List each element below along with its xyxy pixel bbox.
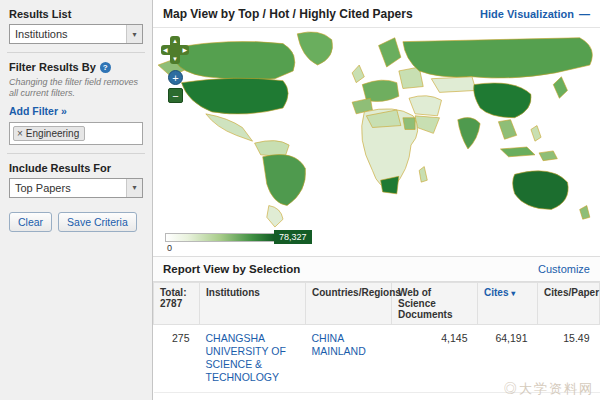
pan-down-icon: ▼	[172, 56, 178, 62]
legend-max-value: 78,327	[274, 230, 312, 244]
remove-filter-icon[interactable]: ×	[17, 128, 23, 139]
include-results-select[interactable]: Top Papers ▾	[9, 178, 143, 198]
customize-link[interactable]: Customize	[538, 263, 590, 275]
main-panel: Map View by Top / Hot / Highly Cited Pap…	[153, 0, 600, 400]
include-results-value: Top Papers	[15, 182, 71, 194]
filters-sidebar: Results List Institutions ▾ Filter Resul…	[0, 0, 153, 400]
chevron-down-icon: ▾	[126, 179, 142, 197]
zoom-in-button[interactable]: +	[168, 70, 183, 85]
cell-documents: 4,145	[392, 325, 478, 393]
col-cites[interactable]: Cites ▾	[478, 283, 538, 325]
table-header-row: Total: 2787 Institutions Countries/Regio…	[154, 283, 600, 325]
sidebar-divider	[7, 153, 145, 154]
institution-link[interactable]: CHANGSHA UNIVERSITY OF SCIENCE & TECHNOL…	[206, 332, 300, 385]
collapse-icon: —	[579, 8, 590, 20]
filter-box: × Engineering	[9, 122, 143, 145]
legend-gradient-bar	[165, 233, 275, 242]
map-title: Map View by Top / Hot / Highly Cited Pap…	[163, 7, 413, 21]
pan-left-icon: ◀	[163, 47, 168, 53]
pan-right-icon: ▶	[182, 47, 187, 53]
pan-up-icon: ▲	[172, 38, 178, 44]
map-countries	[158, 32, 592, 227]
zoom-out-button[interactable]: −	[168, 88, 183, 103]
sort-desc-icon: ▾	[511, 289, 515, 298]
col-cites-per-paper: Cites/Paper	[538, 283, 600, 325]
report-header: Report View by Selection Customize	[153, 256, 600, 282]
map-controls: ▲ ▼ ◀ ▶ + −	[161, 36, 189, 103]
results-list-label: Results List	[9, 8, 143, 20]
col-total: Total: 2787	[154, 283, 200, 325]
filter-tag-engineering: × Engineering	[13, 126, 85, 141]
chevron-down-icon: ▾	[126, 25, 142, 43]
map-header: Map View by Top / Hot / Highly Cited Pap…	[153, 0, 600, 28]
hide-visualization-link[interactable]: Hide Visualization —	[480, 8, 590, 20]
cell-cites-per-paper: 15.49	[538, 325, 600, 393]
legend-min-value: 0	[167, 243, 172, 253]
add-filter-link[interactable]: Add Filter »	[9, 105, 67, 117]
report-title: Report View by Selection	[163, 263, 300, 275]
map-pan-control[interactable]: ▲ ▼ ◀ ▶	[161, 36, 189, 64]
save-criteria-button[interactable]: Save Criteria	[58, 212, 137, 232]
help-icon[interactable]: ?	[100, 62, 111, 73]
cell-total: 275	[154, 325, 200, 393]
filter-tag-label: Engineering	[26, 128, 79, 139]
cites-sort-label[interactable]: Cites	[484, 287, 508, 298]
col-documents: Web of Science Documents	[392, 283, 478, 325]
app-window: Results List Institutions ▾ Filter Resul…	[0, 0, 600, 400]
col-countries: Countries/Regions	[306, 283, 392, 325]
results-list-select[interactable]: Institutions ▾	[9, 24, 143, 44]
world-map-canvas[interactable]: ▲ ▼ ◀ ▶ + −	[153, 28, 600, 228]
zoom-controls: + −	[168, 70, 189, 103]
cell-cites: 64,191	[478, 325, 538, 393]
filter-by-label: Filter Results By	[9, 61, 96, 73]
country-link[interactable]: CHINA MAINLAND	[312, 332, 386, 358]
results-list-value: Institutions	[15, 28, 68, 40]
sidebar-divider	[7, 52, 145, 53]
hide-visualization-label: Hide Visualization	[480, 8, 574, 20]
report-table: Total: 2787 Institutions Countries/Regio…	[153, 282, 600, 393]
table-row: 275 CHANGSHA UNIVERSITY OF SCIENCE & TEC…	[154, 325, 600, 393]
col-institutions: Institutions	[200, 283, 306, 325]
map-legend: 78,327 0	[165, 230, 600, 256]
clear-button[interactable]: Clear	[9, 212, 52, 232]
filter-note: Changing the filter field removes all cu…	[9, 77, 143, 100]
include-results-label: Include Results For	[9, 162, 143, 174]
world-map[interactable]	[153, 28, 600, 228]
